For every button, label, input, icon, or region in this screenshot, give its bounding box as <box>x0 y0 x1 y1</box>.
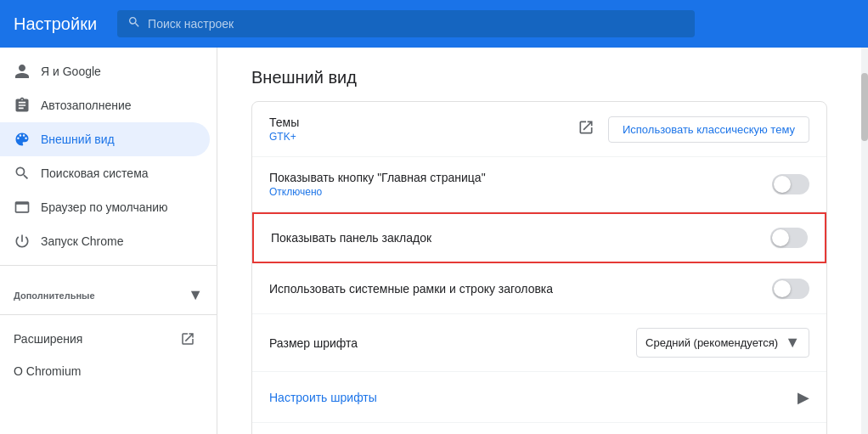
person-icon <box>14 63 31 80</box>
sidebar-label-autofill: Автозаполнение <box>41 99 132 112</box>
search-engine-icon <box>14 165 31 182</box>
sidebar-item-appearance[interactable]: Внешний вид <box>0 122 210 156</box>
sidebar: Я и Google Автозаполнение Внешний вид По… <box>0 48 217 434</box>
sidebar-item-browser[interactable]: Браузер по умолчанию <box>0 190 210 224</box>
about-label: О Chromium <box>14 364 81 378</box>
toggle-thumb-bookmarks <box>772 229 789 246</box>
toggle-thumb <box>774 176 791 193</box>
setting-label-frames: Использовать системные рамки и строку за… <box>269 282 772 296</box>
sidebar-item-extensions[interactable]: Расширения <box>0 322 210 356</box>
setting-label-customize-fonts: Настроить шрифты <box>269 391 798 404</box>
sidebar-separator-2 <box>0 314 217 315</box>
font-size-dropdown[interactable]: Средний (рекомендуется) ▼ <box>636 328 809 358</box>
scrollbar-thumb[interactable] <box>861 73 868 141</box>
font-size-value: Средний (рекомендуется) <box>645 336 778 349</box>
setting-row-page-zoom: Масштабирование страницы 100% ▼ <box>252 423 826 434</box>
setting-row-home-button: Показывать кнопку "Главная страница" Отк… <box>252 157 826 212</box>
settings-card: Темы GTK+ Использовать классическую тему… <box>251 101 827 434</box>
section-title: Внешний вид <box>251 68 827 87</box>
search-icon <box>127 15 141 32</box>
sidebar-label-startup: Запуск Chrome <box>41 234 123 248</box>
home-button-toggle[interactable] <box>772 174 809 194</box>
setting-label-home: Показывать кнопку "Главная страница" Отк… <box>269 171 772 198</box>
use-classic-theme-button[interactable]: Использовать классическую тему <box>608 116 809 143</box>
setting-label-font-size: Размер шрифта <box>269 336 636 350</box>
setting-row-themes: Темы GTK+ Использовать классическую тему <box>252 102 826 157</box>
setting-label-themes: Темы GTK+ <box>269 116 578 143</box>
assignment-icon <box>14 97 31 114</box>
advanced-label: Дополнительные <box>14 290 95 301</box>
setting-row-bookmarks: Показывать панель закладок <box>252 212 826 263</box>
chevron-right-icon: ▶ <box>798 388 809 407</box>
sidebar-label-appearance: Внешний вид <box>41 132 115 146</box>
sidebar-item-profile[interactable]: Я и Google <box>0 54 210 88</box>
setting-label-bookmarks: Показывать панель закладок <box>271 231 770 245</box>
toggle-track[interactable] <box>772 174 809 194</box>
search-bar[interactable] <box>117 10 695 37</box>
search-input[interactable] <box>148 17 685 31</box>
sidebar-item-autofill[interactable]: Автозаполнение <box>0 88 210 122</box>
setting-row-customize-fonts[interactable]: Настроить шрифты ▶ <box>252 372 826 423</box>
palette-icon <box>14 131 31 148</box>
power-icon <box>14 233 31 250</box>
content-area: Внешний вид Темы GTK+ Использовать класс… <box>217 48 861 434</box>
setting-row-system-frames: Использовать системные рамки и строку за… <box>252 263 826 314</box>
main-body: Я и Google Автозаполнение Внешний вид По… <box>0 48 868 434</box>
sidebar-separator <box>0 265 217 266</box>
sidebar-label-profile: Я и Google <box>41 65 101 78</box>
system-frames-toggle[interactable] <box>772 279 809 299</box>
toggle-thumb-frames <box>774 280 791 297</box>
header: Настройки <box>0 0 868 48</box>
toggle-track-frames[interactable] <box>772 279 809 299</box>
sidebar-label-browser: Браузер по умолчанию <box>41 200 168 214</box>
advanced-section[interactable]: Дополнительные ▼ <box>0 273 217 307</box>
page-title: Настройки <box>14 14 97 34</box>
sidebar-item-search[interactable]: Поисковая система <box>0 156 210 190</box>
bookmarks-bar-toggle[interactable] <box>770 228 808 248</box>
sidebar-label-search: Поисковая система <box>41 166 149 180</box>
toggle-track-bookmarks[interactable] <box>770 228 808 248</box>
chevron-down-icon: ▼ <box>188 286 203 304</box>
chevron-down-icon-font: ▼ <box>785 334 800 352</box>
themes-external-link-icon[interactable] <box>578 119 595 140</box>
external-link-icon <box>179 330 196 347</box>
browser-icon <box>14 199 31 216</box>
extensions-label: Расширения <box>14 332 82 346</box>
sidebar-item-startup[interactable]: Запуск Chrome <box>0 224 210 258</box>
sidebar-item-about[interactable]: О Chromium <box>0 356 210 386</box>
scrollbar[interactable] <box>861 48 868 434</box>
setting-row-font-size: Размер шрифта Средний (рекомендуется) ▼ <box>252 314 826 372</box>
